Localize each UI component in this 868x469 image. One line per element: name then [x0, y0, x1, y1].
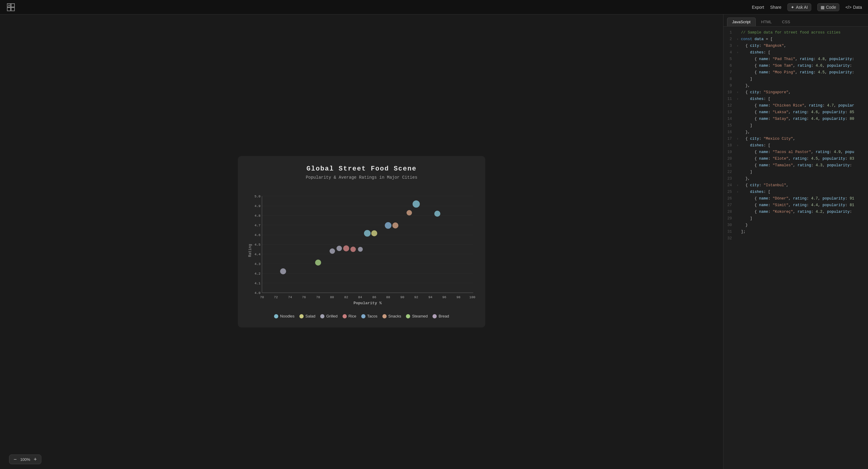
- code-line: 15 ]: [723, 123, 868, 129]
- line-chevron: ›: [737, 136, 741, 142]
- point-grilled-2: [330, 248, 335, 254]
- line-content: { name: "Satay", rating: 4.4, popularity…: [741, 116, 854, 122]
- legend-label: Salad: [305, 314, 315, 318]
- code-body[interactable]: 1 // Sample data for street food across …: [723, 27, 868, 469]
- line-number: 22: [727, 169, 737, 175]
- legend-label: Rice: [349, 314, 356, 318]
- line-number: 29: [727, 216, 737, 222]
- legend-item-grilled: Grilled: [320, 314, 338, 318]
- chart-container: Global Street Food Scene Popularity & Av…: [238, 156, 485, 327]
- line-content: { name: "Döner", rating: 4.7, popularity…: [741, 195, 854, 202]
- point-snacks-1: [392, 222, 398, 228]
- legend-item-bread: Bread: [433, 314, 449, 318]
- legend-dot: [320, 314, 324, 318]
- code-line: 6 { name: "Som Tam", rating: 4.6, popula…: [723, 63, 868, 69]
- line-number: 8: [727, 76, 737, 83]
- svg-text:100: 100: [469, 295, 475, 299]
- line-number: 3: [727, 43, 737, 49]
- point-grilled-3: [337, 246, 342, 251]
- line-chevron: [737, 229, 741, 229]
- legend-label: Steamed: [412, 314, 428, 318]
- code-line: 14 { name: "Satay", rating: 4.4, popular…: [723, 116, 868, 123]
- legend-label: Snacks: [389, 314, 401, 318]
- svg-text:4.1: 4.1: [254, 282, 260, 285]
- line-number: 11: [727, 96, 737, 102]
- line-content: { name: "Laksa", rating: 4.6, popularity…: [741, 109, 854, 116]
- zoom-in-button[interactable]: +: [33, 457, 38, 462]
- code-tab-html[interactable]: HTML: [756, 18, 777, 26]
- line-number: 1: [727, 30, 737, 36]
- legend-label: Tacos: [367, 314, 378, 318]
- zoom-out-button[interactable]: −: [13, 457, 18, 462]
- svg-text:94: 94: [428, 295, 433, 299]
- code-line: 1 // Sample data for street food across …: [723, 30, 868, 36]
- line-chevron: [737, 116, 741, 117]
- line-number: 17: [727, 136, 737, 142]
- line-content: dishes: [: [741, 143, 771, 149]
- export-button[interactable]: Export: [752, 5, 764, 10]
- point-tacos-1: [385, 222, 392, 229]
- svg-text:72: 72: [274, 295, 278, 299]
- line-content: { name: "Moo Ping", rating: 4.5, popular…: [741, 69, 854, 76]
- svg-text:4.7: 4.7: [254, 224, 260, 227]
- legend-dot: [274, 314, 278, 318]
- code-line: 22 ]: [723, 169, 868, 176]
- line-number: 15: [727, 123, 737, 129]
- line-chevron: [737, 103, 741, 103]
- data-button[interactable]: </> Data: [845, 5, 862, 10]
- line-number: 28: [727, 209, 737, 215]
- main-layout: Global Street Food Scene Popularity & Av…: [0, 14, 868, 469]
- legend-dot: [406, 314, 410, 318]
- svg-text:Popularity %: Popularity %: [353, 301, 382, 306]
- svg-text:4.5: 4.5: [254, 243, 260, 247]
- svg-text:90: 90: [400, 295, 404, 299]
- code-tab-javascript[interactable]: JavaScript: [727, 18, 756, 26]
- line-content: },: [741, 176, 750, 182]
- svg-text:92: 92: [414, 295, 418, 299]
- point-rice-1: [343, 245, 349, 251]
- line-number: 32: [727, 236, 737, 242]
- line-number: 21: [727, 162, 737, 169]
- point-grilled-1: [280, 268, 286, 274]
- line-number: 2: [727, 36, 737, 42]
- line-content: { city: "Singapore",: [741, 89, 791, 96]
- line-chevron: [737, 195, 741, 196]
- line-chevron: ›: [737, 182, 741, 188]
- ask-ai-button[interactable]: ✦ Ask AI: [787, 3, 811, 11]
- line-number: 18: [727, 143, 737, 149]
- legend-item-noodles: Noodles: [274, 314, 294, 318]
- svg-text:4.9: 4.9: [254, 204, 260, 208]
- code-tab-css[interactable]: CSS: [777, 18, 795, 26]
- legend-dot: [343, 314, 347, 318]
- line-number: 30: [727, 222, 737, 228]
- point-snacks-2: [406, 210, 412, 216]
- point-salad-1: [371, 230, 377, 236]
- svg-text:5.0: 5.0: [254, 195, 260, 198]
- point-noodles-1: [364, 230, 371, 237]
- line-chevron: [737, 149, 741, 150]
- svg-text:82: 82: [344, 295, 348, 299]
- svg-text:86: 86: [372, 295, 376, 299]
- svg-text:74: 74: [288, 295, 292, 299]
- line-chevron: [737, 109, 741, 110]
- line-content: // Sample data for street food across ci…: [741, 30, 840, 36]
- code-line: 23 },: [723, 176, 868, 182]
- line-chevron: [737, 156, 741, 156]
- line-chevron: ›: [737, 43, 741, 49]
- line-content: ]: [741, 123, 752, 129]
- code-line: 30 }: [723, 222, 868, 229]
- legend-label: Grilled: [326, 314, 338, 318]
- line-number: 5: [727, 56, 737, 62]
- code-line: 20 { name: "Elote", rating: 4.5, popular…: [723, 156, 868, 162]
- line-chevron: [737, 69, 741, 70]
- svg-text:Rating: Rating: [248, 244, 252, 257]
- right-panel: JavaScriptHTMLCSS 1 // Sample data for s…: [723, 14, 868, 469]
- svg-text:4.3: 4.3: [254, 262, 260, 266]
- line-chevron: [737, 209, 741, 210]
- legend-dot: [433, 314, 437, 318]
- line-content: },: [741, 129, 750, 135]
- point-noodles-3: [434, 211, 440, 217]
- code-button[interactable]: ▦ Code: [817, 3, 839, 11]
- share-button[interactable]: Share: [770, 5, 781, 10]
- line-chevron: ›: [737, 50, 741, 55]
